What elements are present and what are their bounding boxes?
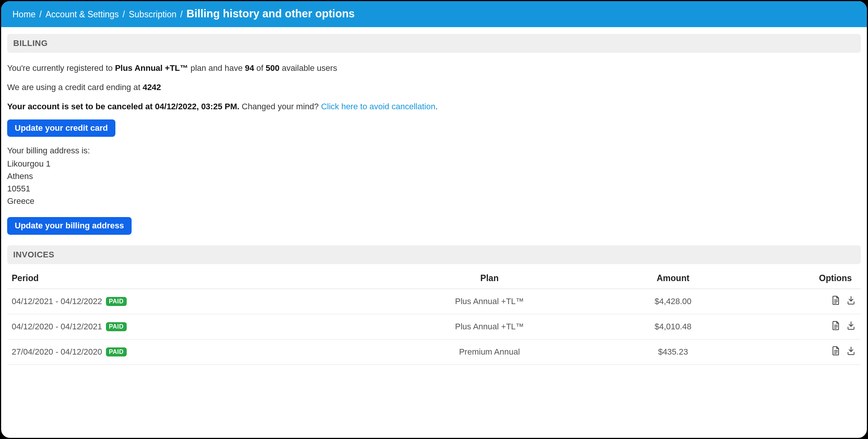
breadcrumb-account-settings[interactable]: Account & Settings [46, 9, 119, 20]
card-summary-text: We are using a credit card ending at [7, 83, 143, 92]
invoices-section-header: INVOICES [7, 245, 861, 264]
download-icon[interactable] [847, 346, 856, 356]
content-area: BILLING You're currently registered to P… [1, 27, 867, 438]
breadcrumb-subscription[interactable]: Subscription [129, 9, 176, 20]
table-row: 04/12/2020 - 04/12/2021PAIDPlus Annual +… [7, 314, 861, 339]
breadcrumb-current: Billing history and other options [186, 8, 354, 20]
invoice-amount: $4,428.00 [588, 289, 759, 314]
users-total: 500 [266, 63, 280, 73]
breadcrumb-separator: / [38, 9, 42, 20]
billing-address-label: Your billing address is: [7, 144, 861, 157]
changed-mind-text: Changed your mind? [242, 102, 321, 111]
invoice-plan: Plus Annual +TL™ [391, 289, 588, 314]
table-row: 27/04/2020 - 04/12/2020PAIDPremium Annua… [7, 339, 861, 364]
billing-address-postal: 10551 [7, 182, 861, 195]
breadcrumb: Home / Account & Settings / Subscription… [1, 1, 867, 27]
billing-section-header: BILLING [7, 34, 861, 53]
document-icon[interactable] [831, 346, 840, 356]
col-plan: Plan [391, 268, 588, 289]
download-icon[interactable] [847, 320, 856, 331]
cancel-notice: Your account is set to be canceled at 04… [7, 100, 861, 113]
status-badge: PAID [106, 297, 127, 306]
billing-address-country: Greece [7, 195, 861, 207]
status-badge: PAID [106, 347, 127, 356]
cancel-notice-text: Your account is set to be canceled at [7, 102, 155, 111]
invoice-plan: Premium Annual [391, 339, 588, 364]
card-last4: 4242 [143, 83, 161, 92]
page-frame: Home / Account & Settings / Subscription… [0, 0, 868, 439]
update-billing-address-button[interactable]: Update your billing address [7, 217, 132, 234]
plan-summary-text: available users [279, 63, 337, 73]
breadcrumb-home[interactable]: Home [12, 9, 35, 20]
card-summary: We are using a credit card ending at 424… [7, 81, 861, 93]
document-icon[interactable] [831, 320, 840, 331]
invoice-plan: Plus Annual +TL™ [391, 314, 588, 339]
plan-summary: You're currently registered to Plus Annu… [7, 62, 861, 74]
document-icon[interactable] [831, 295, 840, 306]
billing-address: Your billing address is: Likourgou 1 Ath… [7, 144, 861, 207]
invoice-amount: $4,010.48 [588, 314, 759, 339]
table-row: 04/12/2021 - 04/12/2022PAIDPlus Annual +… [7, 289, 861, 314]
plan-name: Plus Annual +TL™ [115, 63, 188, 73]
invoices-table: Period Plan Amount Options 04/12/2021 - … [7, 268, 861, 365]
billing-address-line1: Likourgou 1 [7, 158, 861, 170]
status-badge: PAID [106, 322, 127, 331]
cancel-notice-period: . [237, 102, 239, 111]
breadcrumb-separator: / [122, 9, 126, 20]
avoid-cancellation-link[interactable]: Click here to avoid cancellation [321, 102, 435, 111]
cancel-datetime: 04/12/2022, 03:25 PM [155, 102, 237, 111]
invoice-period: 04/12/2021 - 04/12/2022 [12, 297, 102, 306]
update-credit-card-button[interactable]: Update your credit card [7, 119, 115, 137]
invoice-period: 04/12/2020 - 04/12/2021 [12, 322, 102, 332]
plan-summary-text: plan and have [188, 63, 245, 73]
invoice-amount: $435.23 [588, 339, 759, 364]
billing-address-city: Athens [7, 170, 861, 182]
invoice-period: 27/04/2020 - 04/12/2020 [12, 347, 102, 357]
breadcrumb-separator: / [179, 9, 183, 20]
plan-summary-text: of [254, 63, 266, 73]
col-period: Period [7, 268, 391, 289]
users-used: 94 [245, 63, 254, 73]
plan-summary-text: You're currently registered to [7, 63, 115, 73]
trailing-period: . [436, 102, 438, 111]
download-icon[interactable] [847, 295, 856, 306]
col-options: Options [758, 268, 861, 289]
col-amount: Amount [588, 268, 759, 289]
